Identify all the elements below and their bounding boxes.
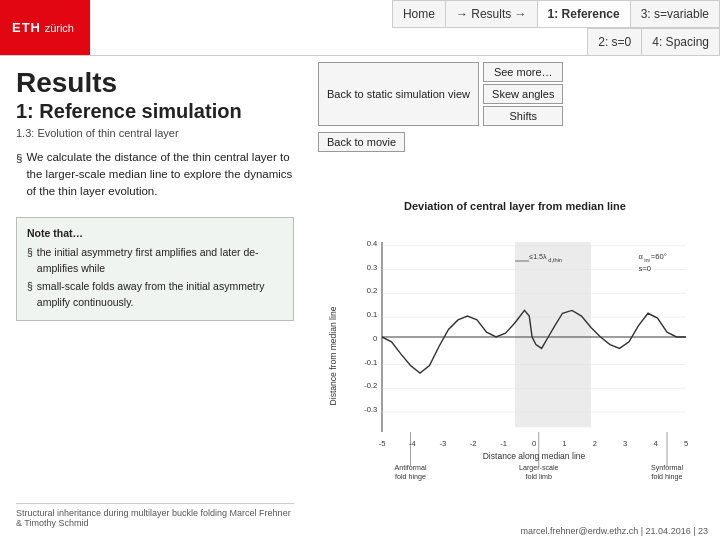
nav-area: Home → Results → 1: Reference 3: s=varia…	[90, 0, 720, 55]
svg-text:-5: -5	[379, 439, 386, 448]
svg-text:0.1: 0.1	[367, 310, 378, 319]
svg-text:-4: -4	[409, 439, 416, 448]
right-panel: Back to static simulation view See more……	[310, 56, 720, 540]
svg-rect-1	[515, 242, 591, 427]
svg-text:fold hinge: fold hinge	[652, 473, 683, 481]
left-panel: Results 1: Reference simulation 1.3: Evo…	[0, 56, 310, 540]
svg-text:2: 2	[593, 439, 597, 448]
svg-text:≤1.5λ: ≤1.5λ	[529, 253, 547, 261]
note-box: Note that… § the initial asymmetry first…	[16, 217, 294, 322]
eth-text: ETH	[12, 20, 41, 35]
svg-text:0.4: 0.4	[367, 239, 378, 248]
results-subtitle: 1: Reference simulation	[16, 99, 294, 123]
shifts-button[interactable]: Shifts	[483, 106, 563, 126]
see-more-button[interactable]: See more…	[483, 62, 563, 82]
nav-s-zero[interactable]: 2: s=0	[587, 28, 641, 56]
nav-arrow: → Results →	[445, 0, 537, 28]
zurich-text: zürich	[45, 22, 74, 34]
svg-text:3: 3	[623, 439, 627, 448]
svg-text:1: 1	[562, 439, 566, 448]
chart-container: Deviation of central layer from median l…	[325, 200, 705, 480]
svg-text:-3: -3	[439, 439, 446, 448]
svg-text:s=0: s=0	[639, 264, 651, 273]
svg-text:0.3: 0.3	[367, 263, 378, 272]
content: Results 1: Reference simulation 1.3: Evo…	[0, 56, 720, 540]
footer-text: Structural inheritance during multilayer…	[16, 503, 294, 528]
svg-text:α: α	[639, 252, 644, 261]
back-to-movie-button[interactable]: Back to movie	[318, 132, 405, 152]
svg-text:-2: -2	[470, 439, 477, 448]
note-bullet-2: § small-scale folds away from the initia…	[27, 279, 283, 311]
svg-text:-0.2: -0.2	[364, 381, 377, 390]
svg-text:Distance along median line: Distance along median line	[483, 451, 586, 461]
nav-home[interactable]: Home	[392, 0, 445, 28]
eth-logo: ETH zürich	[0, 0, 90, 55]
nav-s-variable[interactable]: 3: s=variable	[630, 0, 720, 28]
action-buttons: Back to static simulation view See more……	[318, 62, 712, 126]
svg-text:fold hinge: fold hinge	[395, 473, 426, 481]
chart-svg: Distance from median line 0.4 0.3 0.2	[325, 216, 705, 496]
nav-reference[interactable]: 1: Reference	[537, 0, 630, 28]
svg-text:d,thin: d,thin	[548, 257, 562, 263]
nav-bottom: 2: s=0 4: Spacing	[587, 28, 720, 56]
header: ETH zürich Home → Results → 1: Reference…	[0, 0, 720, 56]
description: § We calculate the distance of the thin …	[16, 149, 294, 201]
note-title: Note that…	[27, 226, 283, 242]
svg-text:fold limb: fold limb	[526, 473, 553, 481]
description-text: We calculate the distance of the thin ce…	[26, 149, 294, 201]
skew-angles-button[interactable]: Skew angles	[483, 84, 563, 104]
svg-text:0.2: 0.2	[367, 286, 378, 295]
results-title: Results	[16, 68, 294, 99]
svg-text:-1: -1	[500, 439, 507, 448]
chart-area: Deviation of central layer from median l…	[318, 156, 712, 524]
results-section: 1.3: Evolution of thin central layer	[16, 127, 294, 139]
svg-text:0: 0	[532, 439, 536, 448]
chart-title: Deviation of central layer from median l…	[325, 200, 705, 212]
svg-text:5: 5	[684, 439, 688, 448]
footer-right: marcel.frehner@erdw.ethz.ch | 21.04.2016…	[318, 526, 712, 536]
svg-text:ini: ini	[644, 257, 650, 263]
svg-text:0: 0	[373, 334, 377, 343]
svg-text:Distance from median line: Distance from median line	[328, 306, 338, 405]
svg-text:4: 4	[653, 439, 657, 448]
svg-text:=60°: =60°	[651, 252, 667, 261]
svg-text:-0.3: -0.3	[364, 405, 377, 414]
nav-spacing[interactable]: 4: Spacing	[641, 28, 720, 56]
svg-text:-0.1: -0.1	[364, 358, 377, 367]
back-to-static-button[interactable]: Back to static simulation view	[318, 62, 479, 126]
note-bullet-1: § the initial asymmetry first amplifies …	[27, 245, 283, 277]
nav-top: Home → Results → 1: Reference 3: s=varia…	[392, 0, 720, 28]
